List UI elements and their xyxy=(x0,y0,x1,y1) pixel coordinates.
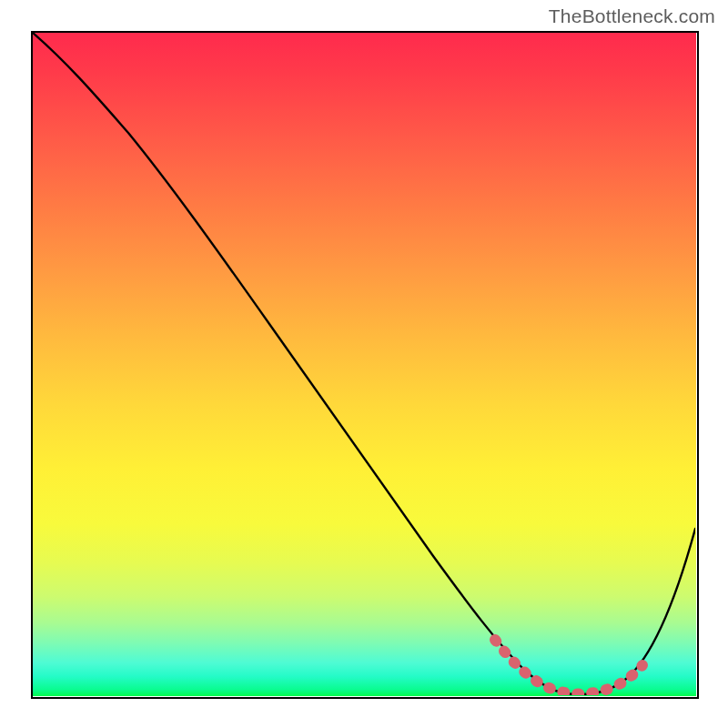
chart-container: TheBottleneck.com xyxy=(0,0,728,728)
watermark-text: TheBottleneck.com xyxy=(549,5,715,27)
chart-frame xyxy=(31,31,699,699)
